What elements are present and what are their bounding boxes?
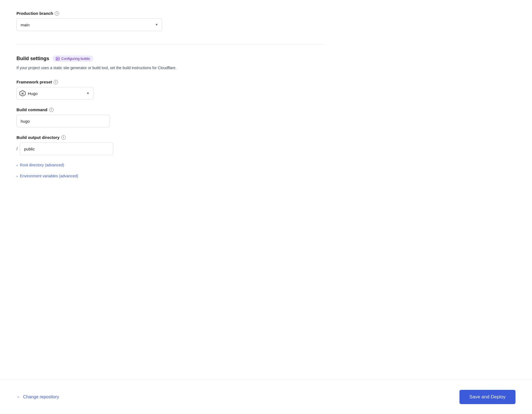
configuring-builds-badge-text: Configuring builds	[61, 57, 90, 61]
footer: ← Change repository Save and Deploy	[0, 380, 532, 414]
save-and-deploy-button[interactable]: Save and Deploy	[459, 390, 516, 404]
build-output-directory-input[interactable]	[20, 142, 113, 155]
framework-preset-label: Framework preset i	[16, 80, 324, 84]
production-branch-info-icon: i	[55, 11, 59, 16]
build-output-directory-info-icon: i	[61, 135, 66, 140]
build-output-directory-label: Build output directory i	[16, 135, 324, 140]
arrow-left-icon: ←	[16, 395, 21, 399]
root-directory-advanced-toggle[interactable]: › Root directory (advanced)	[16, 163, 64, 167]
build-command-input[interactable]	[16, 115, 110, 127]
framework-select-wrapper: H Hugo None Next.js Gatsby Nuxt.js Astro…	[16, 87, 93, 100]
output-dir-wrapper: /	[16, 142, 324, 155]
table-icon	[56, 57, 60, 61]
path-prefix: /	[16, 146, 18, 151]
configuring-builds-badge: Configuring builds	[52, 55, 93, 62]
chevron-right-icon: ›	[16, 174, 18, 178]
build-command-group: Build command i	[16, 107, 324, 127]
environment-variables-advanced-toggle[interactable]: › Environment variables (advanced)	[16, 174, 78, 178]
build-output-directory-group: Build output directory i /	[16, 135, 324, 155]
build-settings-section: Build settings Configuring builds If you…	[16, 55, 324, 198]
production-branch-label: Production branch i	[16, 11, 324, 16]
framework-preset-select[interactable]: Hugo None Next.js Gatsby Nuxt.js Astro S…	[16, 87, 93, 100]
production-branch-select-wrapper: main master develop staging ▼	[16, 18, 162, 31]
chevron-right-icon: ›	[16, 163, 18, 167]
section-divider	[16, 44, 324, 44]
build-settings-description: If your project uses a static site gener…	[16, 65, 324, 71]
change-repository-button[interactable]: ← Change repository	[16, 395, 59, 399]
framework-preset-group: Framework preset i H Hugo None Next.js G…	[16, 80, 324, 100]
build-command-label: Build command i	[16, 107, 324, 112]
framework-preset-info-icon: i	[54, 80, 58, 84]
build-command-info-icon: i	[49, 108, 54, 112]
svg-rect-0	[56, 57, 59, 60]
build-settings-header: Build settings Configuring builds	[16, 55, 324, 62]
production-branch-select[interactable]: main master develop staging	[16, 18, 162, 31]
build-settings-title: Build settings	[16, 56, 49, 61]
production-branch-section: Production branch i main master develop …	[16, 11, 324, 44]
